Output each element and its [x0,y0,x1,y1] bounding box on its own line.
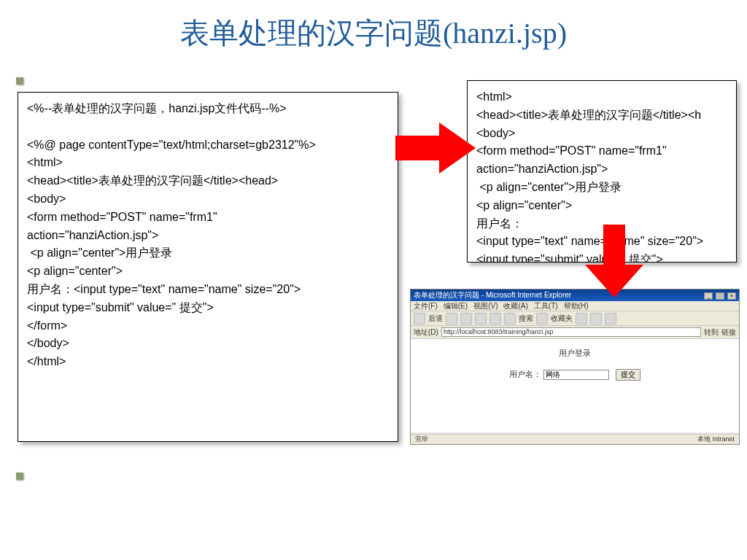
home-icon[interactable] [489,313,501,324]
bullet-decoration [16,472,23,480]
mail-icon[interactable] [590,313,602,324]
menu-help[interactable]: 帮助(H) [564,301,589,311]
search-icon[interactable] [504,313,516,324]
address-label: 地址(D) [414,327,438,338]
close-icon[interactable]: × [727,292,736,300]
svg-marker-1 [585,225,643,298]
username-input[interactable] [543,370,609,380]
favorites-label: 收藏夹 [551,314,573,324]
refresh-icon[interactable] [475,313,487,324]
back-icon[interactable] [414,313,425,324]
stop-icon[interactable] [460,313,472,324]
submit-button[interactable]: 提交 [616,369,640,381]
back-label: 后退 [428,314,443,324]
browser-addressbar: 地址(D) http://localhost:8083/training/han… [411,326,739,339]
browser-menubar: 文件(F) 编辑(E) 视图(V) 收藏(A) 工具(T) 帮助(H) [411,301,739,311]
browser-titlebar: 表单处理的汉字问题 - Microsoft Internet Explorer … [411,289,739,301]
search-label: 搜索 [519,314,533,324]
minimize-icon[interactable]: _ [704,292,713,300]
arrow-right-icon [395,122,476,174]
slide-title: 表单处理的汉字问题(hanzi.jsp) [0,0,747,66]
source-code-jsp: <%--表单处理的汉字问题，hanzi.jsp文件代码--%> <%@ page… [18,92,398,442]
browser-window-title: 表单处理的汉字问题 - Microsoft Internet Explorer [414,290,571,300]
print-icon[interactable] [605,313,616,324]
status-zone: 本地 Intranet [697,435,735,444]
svg-marker-0 [395,122,476,174]
menu-favorites[interactable]: 收藏(A) [503,301,527,311]
maximize-icon[interactable]: □ [716,292,724,300]
arrow-down-icon [585,225,643,298]
browser-window: 表单处理的汉字问题 - Microsoft Internet Explorer … [410,289,740,445]
username-label: 用户名： [509,370,541,378]
history-icon[interactable] [576,313,587,324]
bullet-decoration [16,77,23,85]
browser-toolbar: 后退 搜索 收藏夹 [411,311,739,326]
menu-file[interactable]: 文件(F) [414,301,438,311]
menu-edit[interactable]: 编辑(E) [444,301,468,311]
menu-tools[interactable]: 工具(T) [534,301,558,311]
menu-view[interactable]: 视图(V) [473,301,498,311]
favorites-icon[interactable] [536,313,548,324]
browser-statusbar: 完毕 本地 Intranet [411,434,739,444]
go-button[interactable]: 转到 [704,327,719,338]
links-label: 链接 [721,327,736,338]
forward-icon[interactable] [446,313,457,324]
browser-page-content: 用户登录 用户名： 提交 [411,339,739,432]
window-controls: _ □ × [703,291,736,300]
status-done: 完毕 [415,435,428,444]
url-input[interactable]: http://localhost:8083/training/hanzi.jsp [441,327,701,337]
page-heading: 用户登录 [411,348,739,359]
